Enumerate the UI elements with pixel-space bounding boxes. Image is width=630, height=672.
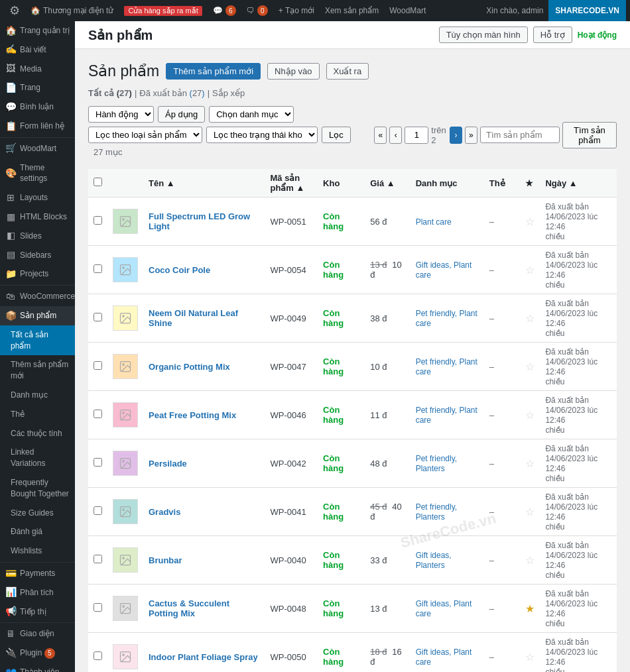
sidebar-item-woocommerce[interactable]: 🛍 WooCommerce — [0, 287, 75, 306]
row-checkbox[interactable] — [94, 264, 102, 273]
apply-btn[interactable]: Áp dụng — [158, 106, 205, 123]
row-checkbox[interactable] — [94, 313, 102, 321]
row-checkbox[interactable] — [94, 506, 102, 515]
star-button[interactable]: ☆ — [525, 312, 535, 325]
search-btn[interactable]: Tìm sản phẩm — [562, 122, 617, 148]
sidebar-item-woodmart[interactable]: 🛒 WoodMart — [0, 139, 75, 158]
th-date[interactable]: Ngày ▲ — [540, 169, 617, 197]
star-button[interactable]: ☆ — [525, 651, 535, 663]
category-tag[interactable]: Gift ideas, Plant care — [416, 260, 472, 280]
category-tag[interactable]: Pet friendly, Planters — [416, 502, 457, 522]
sidebar-item-layouts[interactable]: ⊞ Layouts — [0, 188, 75, 207]
help-btn[interactable]: Hỗ trợ — [533, 27, 572, 43]
status-select[interactable]: Lọc theo trạng thái kho — [206, 127, 318, 143]
sidebar-item-theme-settings[interactable]: 🎨 Theme settings — [0, 158, 75, 189]
sidebar-item-marketing[interactable]: 📢 Tiếp thị — [0, 602, 75, 622]
star-button[interactable]: ★ — [525, 602, 535, 615]
first-page-btn[interactable]: « — [374, 127, 387, 144]
star-button[interactable]: ☆ — [525, 264, 535, 276]
category-tag[interactable]: Gift ideas, Planters — [416, 551, 452, 570]
subnav-all[interactable]: Tất cả (27) — [88, 88, 132, 98]
sidebar-subitem-categories[interactable]: Danh mục — [0, 386, 75, 405]
category-select[interactable]: Chọn danh mục — [209, 106, 294, 123]
star-button[interactable]: ☆ — [525, 215, 535, 228]
view-store-item[interactable]: Xem sản phẩm — [320, 0, 384, 21]
prev-page-btn[interactable]: ‹ — [389, 127, 402, 144]
star-button[interactable]: ☆ — [525, 506, 535, 518]
category-tag[interactable]: Pet friendly, Plant care — [416, 357, 477, 376]
action-select[interactable]: Hành động — [88, 106, 154, 123]
sidebar-item-projects[interactable]: 📁 Projects — [0, 264, 75, 284]
next-page-btn[interactable]: › — [450, 127, 462, 144]
category-tag[interactable]: Pet friendly, Planters — [416, 454, 457, 473]
product-name-link[interactable]: Persilade — [149, 459, 187, 469]
subnav-published[interactable]: Đã xuất bản (27) — [139, 88, 204, 98]
row-checkbox[interactable] — [94, 410, 102, 418]
sidebar-item-media[interactable]: 🖼 Media — [0, 60, 75, 79]
greet-item[interactable]: Xin chào, admin — [481, 0, 548, 21]
filter-btn[interactable]: Lọc — [322, 127, 351, 143]
product-name-link[interactable]: Indoor Plant Foliage Spray — [149, 652, 258, 662]
notif-item[interactable]: 💬 6 — [208, 0, 241, 21]
sidebar-subitem-size-guides[interactable]: Size Guides — [0, 504, 75, 523]
category-tag[interactable]: Plant care — [416, 217, 452, 227]
store-item[interactable]: WoodMart — [384, 0, 431, 21]
sidebar-item-payments[interactable]: 💳 Payments — [0, 564, 75, 583]
star-button[interactable]: ☆ — [525, 554, 535, 567]
sidebar-item-pages[interactable]: 📄 Trang — [0, 78, 75, 97]
sidebar-subitem-add-product[interactable]: Thêm sản phẩm mới — [0, 355, 75, 386]
category-tag[interactable]: Gift ideas, Plant care — [416, 647, 472, 667]
sidebar-item-sidebars[interactable]: ▤ Sidebars — [0, 246, 75, 265]
category-tag[interactable]: Pet friendly, Plant care — [416, 309, 477, 328]
sidebar-item-posts[interactable]: ✍ Bài viết — [0, 40, 75, 60]
sidebar-subitem-all-products[interactable]: Tất cả sản phẩm — [0, 325, 75, 356]
sidebar-subitem-tags[interactable]: Thẻ — [0, 405, 75, 424]
sidebar-subitem-attributes[interactable]: Các thuộc tính — [0, 424, 75, 443]
page-input[interactable] — [405, 127, 428, 144]
category-tag[interactable]: Gift ideas, Plant care — [416, 599, 472, 618]
sidebar-item-analytics[interactable]: 📊 Phân tích — [0, 583, 75, 602]
sidebar-item-users[interactable]: 👥 Thành viên — [0, 663, 75, 672]
product-name-link[interactable]: Cactus & Succulent Potting Mix — [149, 598, 229, 618]
export-btn[interactable]: Xuất ra — [326, 63, 369, 80]
row-checkbox[interactable] — [94, 555, 102, 563]
last-page-btn[interactable]: » — [465, 127, 477, 144]
sidebar-item-appearance[interactable]: 🖥 Giao diện — [0, 624, 75, 644]
sidebar-subitem-reviews[interactable]: Đánh giá — [0, 522, 75, 541]
sidebar-item-slides[interactable]: ◧ Slides — [0, 227, 75, 246]
comment-item[interactable]: 🗨 0 — [241, 0, 273, 21]
subnav-sort[interactable]: Sắp xếp — [212, 88, 245, 98]
row-checkbox[interactable] — [94, 361, 102, 370]
sidebar-item-dashboard[interactable]: 🏠 Trang quản trị — [0, 21, 75, 40]
product-name-link[interactable]: Neem Oil Natural Leaf Shine — [149, 308, 238, 328]
search-input[interactable] — [480, 127, 560, 143]
site-name-item[interactable]: 🏠 Thương mại điện tử — [25, 0, 119, 21]
sidebar-item-contact[interactable]: 📋 Form liên hệ — [0, 117, 75, 136]
product-name-link[interactable]: Full Spectrum LED Grow Light — [149, 211, 250, 231]
sidebar-subitem-frequently-bought[interactable]: Frequently Bought Together — [0, 473, 75, 504]
row-checkbox[interactable] — [94, 458, 102, 467]
select-all-checkbox[interactable] — [94, 178, 102, 186]
sidebar-subitem-wishlists[interactable]: Wishlists — [0, 541, 75, 561]
row-checkbox[interactable] — [94, 603, 102, 612]
star-button[interactable]: ☆ — [525, 409, 535, 421]
screen-options-btn[interactable]: Tùy chọn màn hình — [439, 27, 528, 43]
product-name-link[interactable]: Peat Free Potting Mix — [149, 410, 236, 420]
wp-logo-item[interactable]: ⚙ — [4, 0, 25, 21]
product-name-link[interactable]: Brunbar — [149, 555, 182, 565]
row-checkbox[interactable] — [94, 651, 102, 660]
type-select[interactable]: Lọc theo loại sản phẩm — [88, 127, 202, 143]
row-checkbox[interactable] — [94, 216, 102, 225]
sidebar-subitem-linked-variations[interactable]: Linked Variations — [0, 443, 75, 473]
site-sublabel-item[interactable]: Cửa hàng sắp ra mắt — [119, 0, 207, 21]
star-button[interactable]: ☆ — [525, 361, 535, 373]
th-name[interactable]: Tên ▲ — [143, 169, 265, 197]
product-name-link[interactable]: Organic Potting Mix — [149, 362, 230, 372]
sidebar-item-html-blocks[interactable]: ▦ HTML Blocks — [0, 207, 75, 227]
sidebar-item-products[interactable]: 📦 Sản phẩm — [0, 306, 75, 325]
star-button[interactable]: ☆ — [525, 457, 535, 470]
category-tag[interactable]: Pet friendly, Plant care — [416, 406, 477, 425]
import-btn[interactable]: Nhập vào — [267, 63, 319, 80]
sidebar-item-plugins[interactable]: 🔌 Plugin 5 — [0, 644, 75, 663]
product-name-link[interactable]: Gradvis — [149, 507, 180, 517]
